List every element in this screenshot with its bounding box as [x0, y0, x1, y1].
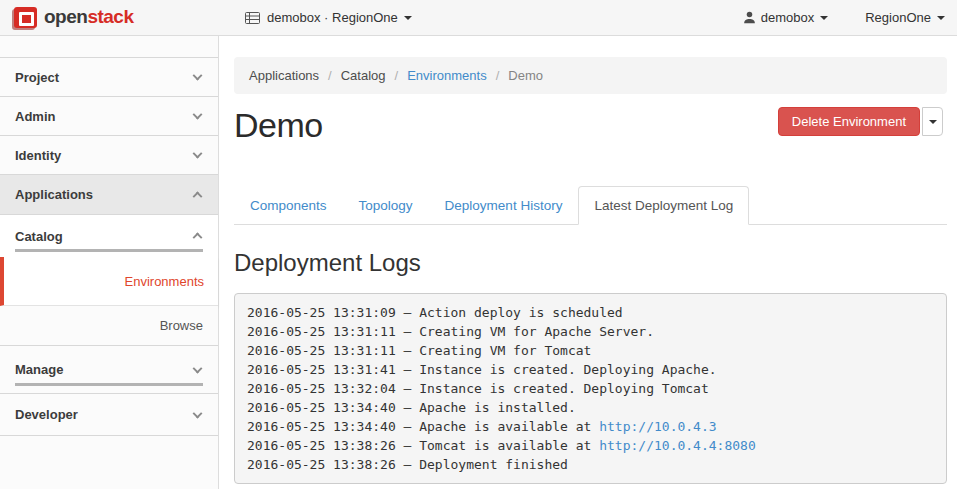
tab-components[interactable]: Components: [234, 186, 343, 225]
delete-environment-button[interactable]: Delete Environment: [778, 107, 920, 136]
log-line: 2016-05-25 13:38:26 — Tomcat is availabl…: [247, 436, 934, 455]
caret-down-icon: [404, 16, 412, 20]
log-url-link[interactable]: http://10.0.4.3: [599, 419, 716, 434]
caret-down-icon: [937, 16, 945, 20]
chevron-up-icon: [193, 191, 203, 201]
log-url-link[interactable]: http://10.0.4.4:8080: [599, 438, 756, 453]
breadcrumb-environments-link[interactable]: Environments: [386, 68, 487, 83]
sidebar-item-developer[interactable]: Developer: [0, 394, 218, 436]
tab-topology[interactable]: Topology: [343, 186, 429, 225]
sidebar-item-identity[interactable]: Identity: [0, 136, 218, 175]
log-line: 2016-05-25 13:31:11 — Creating VM for To…: [247, 341, 934, 360]
breadcrumb: Applications Catalog Environments Demo: [234, 57, 947, 94]
tab-deployment-history[interactable]: Deployment History: [429, 186, 579, 225]
region-menu-label: RegionOne: [865, 10, 931, 25]
user-icon: [743, 11, 756, 24]
chevron-down-icon: [193, 110, 203, 120]
delete-environment-dropdown-toggle[interactable]: [922, 107, 943, 136]
context-switcher-label: demobox · RegionOne: [267, 10, 398, 25]
brand-text: openstack: [44, 6, 134, 28]
openstack-logo[interactable]: openstack: [14, 6, 134, 28]
user-menu-label: demobox: [761, 10, 814, 25]
deployment-logs-heading: Deployment Logs: [234, 249, 947, 277]
user-menu[interactable]: demobox: [743, 10, 828, 25]
horizon-dashboard: openstack demobox · RegionOne: [0, 0, 957, 489]
sidebar-item-catalog[interactable]: Catalog: [0, 215, 218, 257]
log-line: 2016-05-25 13:31:11 — Creating VM for Ap…: [247, 322, 934, 341]
page-header: Demo Delete Environment: [234, 106, 947, 150]
breadcrumb-catalog: Catalog: [319, 68, 385, 83]
log-line: 2016-05-25 13:31:09 — Action deploy is s…: [247, 303, 934, 322]
sidebar-item-applications[interactable]: Applications: [0, 175, 218, 215]
chevron-down-icon: [193, 71, 203, 81]
sidebar: Project Admin Identity Applications Cata…: [0, 36, 219, 489]
topbar: openstack demobox · RegionOne: [0, 0, 957, 36]
breadcrumb-current: Demo: [487, 68, 543, 83]
chevron-down-icon: [193, 149, 203, 159]
delete-environment-button-group: Delete Environment: [778, 107, 943, 136]
chevron-down-icon: [193, 363, 203, 373]
log-line: 2016-05-25 13:38:26 — Deployment finishe…: [247, 455, 934, 474]
sidebar-spacer: [0, 36, 218, 58]
region-menu[interactable]: RegionOne: [860, 10, 945, 25]
log-line: 2016-05-25 13:34:40 — Apache is installe…: [247, 398, 934, 417]
sidebar-item-environments[interactable]: Environments: [0, 257, 218, 306]
tab-latest-deployment-log[interactable]: Latest Deployment Log: [578, 186, 749, 225]
main-content: Applications Catalog Environments Demo D…: [220, 36, 957, 489]
tab-bar: Components Topology Deployment History L…: [234, 186, 947, 225]
caret-down-icon: [929, 120, 937, 124]
sidebar-item-admin[interactable]: Admin: [0, 97, 218, 136]
chevron-up-icon: [193, 232, 203, 242]
project-region-switcher[interactable]: demobox · RegionOne: [245, 0, 412, 35]
sidebar-item-project[interactable]: Project: [0, 58, 218, 97]
log-line: 2016-05-25 13:31:41 — Instance is create…: [247, 360, 934, 379]
projects-list-icon: [245, 12, 260, 24]
log-line: 2016-05-25 13:34:40 — Apache is availabl…: [247, 417, 934, 436]
topbar-right: demobox RegionOne: [743, 0, 945, 35]
sidebar-item-browse[interactable]: Browse: [0, 306, 218, 345]
caret-down-icon: [820, 16, 828, 20]
chevron-down-icon: [193, 408, 203, 418]
log-line: 2016-05-25 13:32:04 — Instance is create…: [247, 379, 934, 398]
breadcrumb-applications: Applications: [249, 68, 319, 83]
openstack-cube-icon: [14, 7, 37, 28]
deployment-log-output: 2016-05-25 13:31:09 — Action deploy is s…: [234, 293, 947, 484]
sidebar-item-manage[interactable]: Manage: [0, 345, 218, 394]
